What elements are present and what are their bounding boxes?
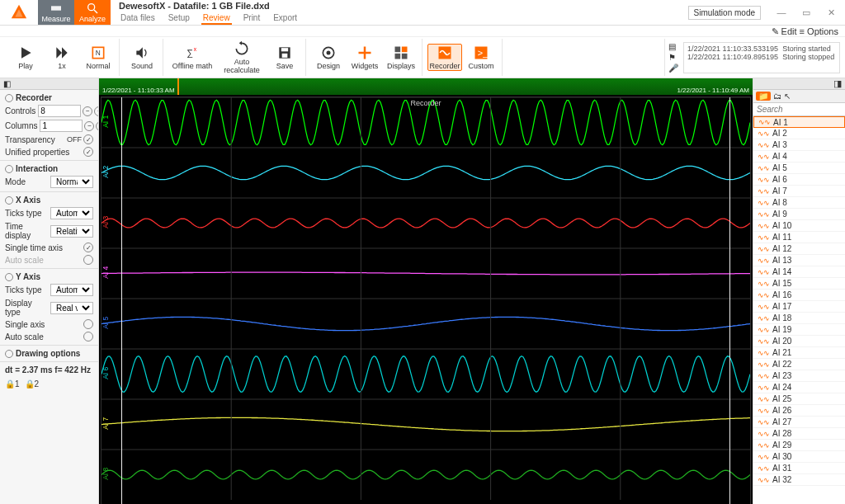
channel-item[interactable]: ∿∿AI 26 [753,405,845,417]
speed-button[interactable]: 1x [45,45,79,71]
tab-setup[interactable]: Setup [167,12,191,25]
controls-minus[interactable]: − [83,106,92,116]
recorder-section-header[interactable]: Recorder [5,93,93,102]
channel-item[interactable]: ∿∿AI 2 [753,128,845,139]
svg-rect-17 [402,53,408,59]
channel-item[interactable]: ∿∿AI 21 [753,347,845,359]
xticks-select[interactable]: Automatic [50,207,93,219]
channel-label: AI 27 [772,417,791,426]
transparency-toggle[interactable] [83,134,93,144]
channel-label: AI 19 [772,325,791,334]
channel-item[interactable]: ∿∿AI 17 [753,301,845,313]
autoscale-x-toggle[interactable] [83,255,93,265]
singletime-toggle[interactable] [83,243,93,252]
cursor-left[interactable] [121,97,122,504]
wave-icon: ∿∿ [758,453,769,461]
channel-item[interactable]: ∿∿AI 1 [753,116,845,128]
wave-icon: ∿∿ [758,303,769,311]
tab-datafiles[interactable]: Data files [119,12,157,25]
displaytype-select[interactable]: Real value [50,302,93,314]
timedisplay-select[interactable]: Relative [50,225,93,238]
channel-item[interactable]: ∿∿AI 18 [753,313,845,324]
controls-input[interactable] [38,105,81,117]
columns-minus[interactable]: − [84,121,94,131]
pointer-icon[interactable]: ↖ [784,92,791,101]
channel-item[interactable]: ∿∿AI 28 [753,428,845,440]
channel-item[interactable]: ∿∿AI 3 [753,139,845,151]
drawing-section-header[interactable]: Drawing options [5,349,93,358]
channel-item[interactable]: ∿∿AI 12 [753,243,845,255]
channel-item[interactable]: ∿∿AI 8 [753,197,845,209]
folder-icon[interactable]: 📁 [756,92,771,101]
channel-item[interactable]: ∿∿AI 22 [753,359,845,370]
channel-item[interactable]: ∿∿AI 19 [753,324,845,336]
mode-select[interactable]: Normal [50,176,93,188]
measure-mode-button[interactable]: Measure [38,0,74,25]
save-button[interactable]: Save [267,45,302,71]
wave-icon: ∿∿ [758,199,769,207]
flag-icon[interactable]: ⚑ [668,53,678,62]
channel-item[interactable]: ∿∿AI 15 [753,278,845,290]
analyze-mode-button[interactable]: Analyze [74,0,111,25]
close-button[interactable]: ✕ [822,7,840,18]
channel-item[interactable]: ∿∿AI 4 [753,151,845,163]
cursor-right[interactable] [729,97,730,504]
auto-recalculate-button[interactable]: Auto recalculate [218,40,266,75]
xaxis-section-header[interactable]: X Axis [5,195,93,205]
offline-math-button[interactable]: ∑xOffline math [168,45,216,71]
collapse-right-icon[interactable]: ◨ [833,78,842,88]
channel-item[interactable]: ∿∿AI 25 [753,393,845,405]
note-icon[interactable]: ▤ [668,42,678,51]
tree-icon[interactable]: 🗂 [773,92,781,101]
channel-item[interactable]: ∿∿AI 29 [753,440,845,451]
channel-item[interactable]: ∿∿AI 5 [753,163,845,174]
channel-item[interactable]: ∿∿AI 27 [753,417,845,428]
tab-export[interactable]: Export [271,12,299,25]
autoscale-y-toggle[interactable] [83,332,93,341]
collapse-left-icon[interactable]: ◧ [3,79,11,88]
channel-item[interactable]: ∿∿AI 10 [753,220,845,232]
channel-item[interactable]: ∿∿AI 13 [753,255,845,266]
channel-item[interactable]: ∿∿AI 23 [753,370,845,382]
maximize-button[interactable]: ▭ [797,7,815,18]
timebar-marker[interactable] [177,78,179,95]
custom-button[interactable]: >_Custom [464,45,498,71]
lock1[interactable]: 🔒1 [5,379,20,389]
tab-review[interactable]: Review [201,12,232,25]
channel-item[interactable]: ∿∿AI 9 [753,209,845,220]
channel-item[interactable]: ∿∿AI 24 [753,382,845,393]
yaxis-section-header[interactable]: Y Axis [5,272,93,281]
channel-item[interactable]: ∿∿AI 6 [753,174,845,186]
measure-label: Measure [41,15,70,23]
channel-item[interactable]: ∿∿AI 16 [753,290,845,301]
displays-button[interactable]: Displays [384,45,418,71]
recorder-button[interactable]: Recorder [427,44,462,72]
channel-item[interactable]: ∿∿AI 31 [753,463,845,474]
tab-print[interactable]: Print [242,12,262,25]
unified-toggle[interactable] [83,147,93,157]
interaction-section-header[interactable]: Interaction [5,164,93,173]
lock2[interactable]: 🔒2 [25,379,40,389]
search-input[interactable] [753,103,845,115]
yticks-select[interactable]: Automatic [50,284,93,296]
channel-item[interactable]: ∿∿AI 30 [753,451,845,463]
minimize-button[interactable]: — [772,7,791,17]
options-button[interactable]: ≡ Options [800,26,838,36]
channel-item[interactable]: ∿∿AI 20 [753,336,845,347]
play-button[interactable]: Play [8,45,43,71]
normal-button[interactable]: NNormal [81,45,116,71]
time-overview-bar[interactable]: 1/22/2021 - 11:10:33 AM 1/22/2021 - 11:1… [99,78,753,95]
wave-icon: ∿∿ [758,476,769,484]
design-button[interactable]: Design [311,45,346,71]
recorder-plot[interactable]: Recorder AI 1AI 2AI 3AI 4AI 5AI 6AI 7AI … [101,97,751,504]
sound-button[interactable]: Sound [125,45,159,71]
channel-item[interactable]: ∿∿AI 7 [753,186,845,197]
channel-item[interactable]: ∿∿AI 11 [753,232,845,243]
widgets-button[interactable]: Widgets [347,45,382,71]
mic-icon[interactable]: 🎤 [668,64,678,73]
edit-button[interactable]: ✎ Edit [772,26,797,36]
channel-item[interactable]: ∿∿AI 32 [753,474,845,486]
channel-item[interactable]: ∿∿AI 14 [753,266,845,278]
columns-input[interactable] [40,120,83,132]
singleaxis-toggle[interactable] [83,319,93,329]
